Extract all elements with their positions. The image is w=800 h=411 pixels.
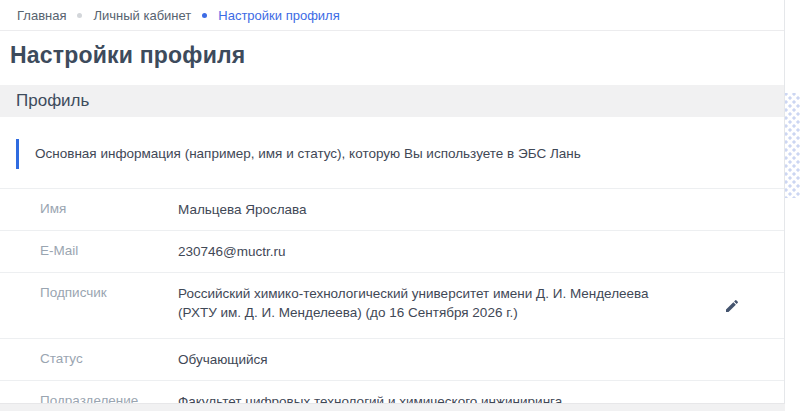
page-title: Настройки профиля xyxy=(10,40,768,70)
breadcrumb-separator-dot-icon xyxy=(77,13,82,18)
field-label: E-Mail xyxy=(0,242,178,259)
field-value: 230746@muctr.ru xyxy=(178,242,678,261)
content-card: Главная Личный кабинет Настройки профиля… xyxy=(0,0,785,411)
field-label: Имя xyxy=(0,200,178,217)
breadcrumb: Главная Личный кабинет Настройки профиля xyxy=(0,0,784,31)
section-header-bar: Профиль xyxy=(0,85,784,117)
field-value: Мальцева Ярослава xyxy=(178,200,678,219)
profile-settings-page: Главная Личный кабинет Настройки профиля… xyxy=(0,0,800,411)
edit-subscriber-button[interactable] xyxy=(722,296,742,316)
info-note: Основная информация (например, имя и ста… xyxy=(16,139,768,169)
breadcrumb-item-home[interactable]: Главная xyxy=(17,8,66,23)
field-label: Подписчик xyxy=(0,284,178,301)
profile-fields-table: Имя Мальцева Ярослава E-Mail 230746@muct… xyxy=(0,188,784,411)
breadcrumb-separator-dot-icon xyxy=(202,13,207,18)
breadcrumb-item-personal-cabinet[interactable]: Личный кабинет xyxy=(93,8,191,23)
pencil-icon xyxy=(724,298,740,314)
decorative-dots-pattern xyxy=(785,93,800,198)
table-row-email: E-Mail 230746@muctr.ru xyxy=(0,231,784,273)
breadcrumb-item-profile-settings[interactable]: Настройки профиля xyxy=(218,8,339,23)
next-section-bar xyxy=(0,403,785,411)
field-value: Российский химико-технологический универ… xyxy=(178,284,678,322)
info-note-text: Основная информация (например, имя и ста… xyxy=(35,146,581,161)
section-title: Профиль xyxy=(16,91,89,111)
field-value: Обучающийся xyxy=(178,350,678,369)
table-row-subscriber: Подписчик Российский химико-технологичес… xyxy=(0,273,784,339)
table-row-status: Статус Обучающийся xyxy=(0,339,784,381)
field-label: Статус xyxy=(0,350,178,367)
table-row-name: Имя Мальцева Ярослава xyxy=(0,189,784,231)
